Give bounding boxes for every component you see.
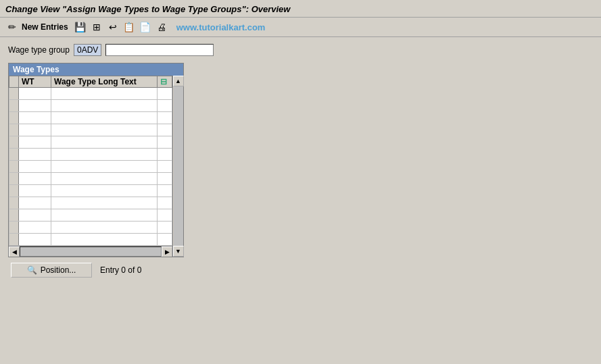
table-row bbox=[9, 88, 172, 100]
longtext-cell-11[interactable] bbox=[51, 209, 158, 222]
table-row bbox=[9, 161, 172, 173]
entry-count: Entry 0 of 0 bbox=[100, 265, 141, 275]
icon-cell-5 bbox=[158, 136, 172, 149]
row-selector-7[interactable] bbox=[9, 161, 19, 173]
panel-title: Wage Types bbox=[9, 63, 183, 76]
wage-type-group-label: Wage type group bbox=[8, 45, 70, 55]
table-row bbox=[9, 149, 172, 161]
longtext-cell-12[interactable] bbox=[51, 222, 158, 234]
wt-cell-12[interactable] bbox=[19, 222, 51, 234]
longtext-cell-13[interactable] bbox=[51, 234, 158, 246]
col-icon-header[interactable]: ⊟ bbox=[158, 76, 172, 88]
table-row bbox=[9, 209, 172, 222]
undo-icon[interactable]: ↩ bbox=[106, 20, 120, 34]
table-row bbox=[9, 197, 172, 209]
wt-cell-9[interactable] bbox=[19, 185, 51, 197]
wt-cell-8[interactable] bbox=[19, 173, 51, 185]
row-selector-2[interactable] bbox=[9, 100, 19, 112]
table-row bbox=[9, 124, 172, 136]
icon-cell-8 bbox=[158, 173, 172, 185]
table-row bbox=[9, 234, 172, 246]
position-button[interactable]: 🔍 Position... bbox=[11, 263, 92, 278]
wt-cell-1[interactable] bbox=[19, 88, 51, 100]
vertical-scroll-track[interactable] bbox=[174, 86, 183, 246]
wt-cell-5[interactable] bbox=[19, 136, 51, 149]
wt-cell-4[interactable] bbox=[19, 124, 51, 136]
icon-cell-7 bbox=[158, 161, 172, 173]
data-table: WT Wage Type Long Text ⊟ bbox=[9, 76, 172, 246]
row-selector-13[interactable] bbox=[9, 234, 19, 246]
scroll-up-button[interactable]: ▲ bbox=[173, 76, 184, 86]
longtext-cell-7[interactable] bbox=[51, 161, 158, 173]
row-selector-1[interactable] bbox=[9, 88, 19, 100]
table-row bbox=[9, 185, 172, 197]
scroll-left-button[interactable]: ◀ bbox=[9, 246, 20, 257]
scroll-right-button[interactable]: ▶ bbox=[162, 246, 172, 257]
table-row bbox=[9, 173, 172, 185]
wage-type-group-value: 0ADV bbox=[74, 44, 101, 56]
icon-cell-6 bbox=[158, 149, 172, 161]
longtext-cell-2[interactable] bbox=[51, 100, 158, 112]
col-longtext-header: Wage Type Long Text bbox=[51, 76, 158, 88]
table-main: WT Wage Type Long Text ⊟ bbox=[9, 76, 172, 257]
col-selector-header bbox=[9, 76, 19, 88]
wage-type-group-row: Wage type group 0ADV bbox=[8, 44, 593, 56]
page-title: Change View "Assign Wage Types to Wage T… bbox=[5, 4, 596, 14]
longtext-cell-10[interactable] bbox=[51, 197, 158, 209]
row-selector-5[interactable] bbox=[9, 136, 19, 149]
icon-cell-9 bbox=[158, 185, 172, 197]
icon-cell-3 bbox=[158, 112, 172, 124]
icon-cell-11 bbox=[158, 209, 172, 222]
table-row bbox=[9, 100, 172, 112]
table-row bbox=[9, 222, 172, 234]
row-selector-12[interactable] bbox=[9, 222, 19, 234]
longtext-cell-1[interactable] bbox=[51, 88, 158, 100]
table-row bbox=[9, 136, 172, 149]
row-selector-3[interactable] bbox=[9, 112, 19, 124]
row-selector-10[interactable] bbox=[9, 197, 19, 209]
toolbar: ✏ New Entries 💾 ⊞ ↩ 📋 📄 🖨 www.tutorialka… bbox=[0, 18, 601, 37]
wt-cell-11[interactable] bbox=[19, 209, 51, 222]
paste-icon[interactable]: 📄 bbox=[139, 20, 152, 34]
longtext-cell-5[interactable] bbox=[51, 136, 158, 149]
wt-cell-7[interactable] bbox=[19, 161, 51, 173]
position-button-label: Position... bbox=[41, 265, 76, 275]
save-icon[interactable]: 💾 bbox=[74, 20, 87, 34]
column-chooser-icon[interactable]: ⊟ bbox=[160, 77, 167, 86]
wt-cell-2[interactable] bbox=[19, 100, 51, 112]
copy-icon[interactable]: 📋 bbox=[122, 20, 136, 34]
horizontal-scrollbar[interactable]: ◀ ▶ bbox=[9, 246, 172, 257]
icon-cell-13 bbox=[158, 234, 172, 246]
icon-cell-1 bbox=[158, 88, 172, 100]
row-selector-9[interactable] bbox=[9, 185, 19, 197]
row-selector-11[interactable] bbox=[9, 209, 19, 222]
icon-cell-12 bbox=[158, 222, 172, 234]
icon-cell-10 bbox=[158, 197, 172, 209]
watermark: www.tutorialkart.com bbox=[176, 22, 266, 32]
row-selector-6[interactable] bbox=[9, 149, 19, 161]
wt-cell-3[interactable] bbox=[19, 112, 51, 124]
longtext-cell-9[interactable] bbox=[51, 185, 158, 197]
wage-type-group-input[interactable] bbox=[105, 44, 214, 56]
wt-cell-13[interactable] bbox=[19, 234, 51, 246]
grid-icon[interactable]: ⊞ bbox=[90, 20, 103, 34]
new-entries-label[interactable]: New Entries bbox=[22, 22, 68, 32]
longtext-cell-6[interactable] bbox=[51, 149, 158, 161]
wt-cell-6[interactable] bbox=[19, 149, 51, 161]
row-selector-4[interactable] bbox=[9, 124, 19, 136]
row-selector-8[interactable] bbox=[9, 173, 19, 185]
wt-cell-10[interactable] bbox=[19, 197, 51, 209]
longtext-cell-3[interactable] bbox=[51, 112, 158, 124]
table-body bbox=[9, 88, 172, 246]
col-wt-header: WT bbox=[19, 76, 51, 88]
title-bar: Change View "Assign Wage Types to Wage T… bbox=[0, 0, 601, 18]
print-icon[interactable]: 🖨 bbox=[155, 20, 168, 34]
horizontal-scroll-track[interactable] bbox=[20, 246, 162, 257]
wage-types-panel: Wage Types WT Wage Type Long Text ⊟ bbox=[8, 63, 184, 257]
longtext-cell-8[interactable] bbox=[51, 173, 158, 185]
pencil-icon[interactable]: ✏ bbox=[5, 20, 19, 34]
vertical-scrollbar[interactable]: ▲ ▼ bbox=[172, 76, 183, 257]
icon-cell-4 bbox=[158, 124, 172, 136]
scroll-down-button[interactable]: ▼ bbox=[173, 246, 184, 257]
longtext-cell-4[interactable] bbox=[51, 124, 158, 136]
